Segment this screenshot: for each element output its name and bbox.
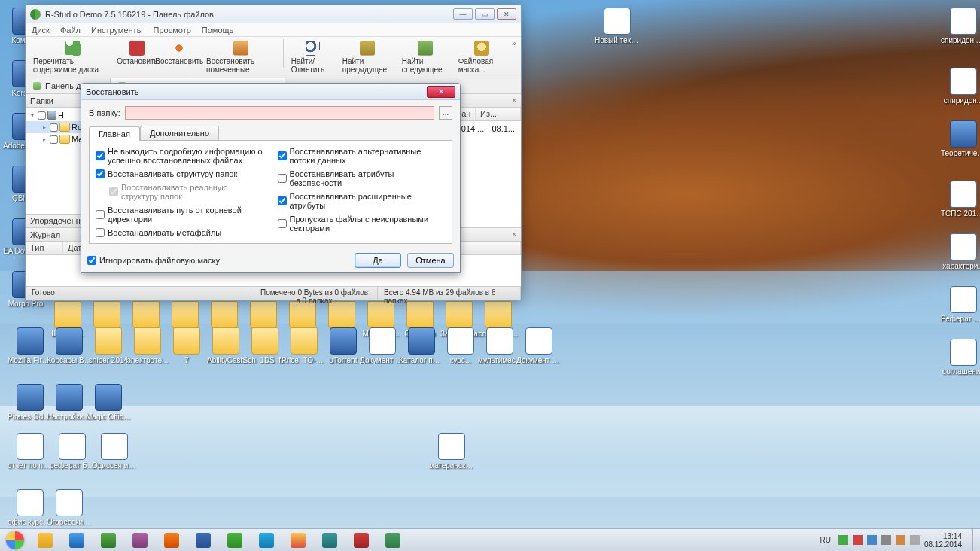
desktop-icon[interactable]: материнские платы курс... xyxy=(429,433,474,470)
desktop-icon[interactable]: курс... xyxy=(438,327,483,364)
content-close-icon[interactable]: × xyxy=(512,96,516,105)
desktop-icon[interactable]: Документ Microsoft ... xyxy=(360,327,405,364)
toolbar-next-button[interactable]: Найти следующее xyxy=(397,39,454,75)
titlebar[interactable]: R-Studio Demo 7.5.156219 - Панель файлов… xyxy=(26,5,521,23)
desktop-icon[interactable]: офис курсов... xyxy=(8,489,53,526)
tab-main[interactable]: Главная xyxy=(89,126,140,141)
ok-button[interactable]: Да xyxy=(355,253,401,268)
journal-close-icon[interactable]: × xyxy=(512,230,516,239)
ignore-mask-checkbox[interactable] xyxy=(87,256,96,265)
desktop-icon[interactable] xyxy=(163,301,208,330)
tab-extra[interactable]: Дополнительно xyxy=(140,126,219,140)
option-checkbox[interactable]: Восстанавливать метафайлы xyxy=(96,228,264,237)
toolbar-rec-button[interactable]: Восстановить xyxy=(157,39,202,67)
menu-tools[interactable]: Инструменты xyxy=(91,26,143,35)
toolbar-stop-button[interactable]: Остановить xyxy=(117,39,157,67)
desktop-icon[interactable]: Теоретиче... экзамен ... xyxy=(941,120,980,157)
option-checkbox[interactable]: Восстанавливать структуру папок xyxy=(96,169,264,178)
desktop-icon[interactable]: отчет по практике ... xyxy=(8,433,53,470)
desktop-icon[interactable]: Настройки для Корсар... xyxy=(47,384,92,421)
desktop-icon[interactable] xyxy=(202,301,247,330)
desktop-icon[interactable]: Каталог программ ... xyxy=(399,327,444,364)
option-checkbox[interactable]: Восстанавливать атрибуты безопасности xyxy=(278,169,446,187)
desktop-icon[interactable]: Одиссея исправлен... xyxy=(92,433,137,470)
ignore-mask-option[interactable]: Игнорировать файловую маску xyxy=(87,256,348,265)
desktop-icon[interactable]: мультимес... xyxy=(477,327,522,364)
dialog-close-button[interactable]: ✕ xyxy=(427,86,455,98)
tray-icon[interactable] xyxy=(881,535,891,545)
menu-help[interactable]: Помощь xyxy=(202,26,234,35)
taskbar-ie-button[interactable] xyxy=(62,530,92,551)
toolbar-refresh-button[interactable]: Перечитать содержимое диска xyxy=(29,39,117,75)
desktop-icon[interactable]: электроте... xyxy=(125,327,170,364)
taskbar-app3-button[interactable] xyxy=(378,530,408,551)
browse-button[interactable]: … xyxy=(439,106,452,120)
taskbar-app2-button[interactable] xyxy=(346,530,376,551)
cancel-button[interactable]: Отмена xyxy=(407,253,454,268)
taskbar-rstudio-button[interactable] xyxy=(93,530,123,551)
tray-icon[interactable] xyxy=(853,535,863,545)
desktop-icon[interactable]: Pirates Odyssey.To... xyxy=(8,384,53,421)
option-checkbox[interactable]: Восстанавливать альтернативные потоки да… xyxy=(278,147,446,165)
desktop-icon[interactable]: Огаревские чтения xyxy=(47,489,92,526)
option-checkbox[interactable]: Восстанавливать путь от корневой директо… xyxy=(96,205,264,224)
desktop-icon[interactable]: Mozilla Firefox xyxy=(8,327,53,364)
file-icon xyxy=(950,68,977,95)
desktop-icon[interactable] xyxy=(241,301,286,330)
menu-disk[interactable]: Диск xyxy=(32,26,50,35)
start-button[interactable] xyxy=(0,529,30,552)
taskbar-skype-button[interactable] xyxy=(251,530,282,551)
desktop-icon[interactable]: ТСПС 2013... xyxy=(941,181,980,218)
to-folder-input[interactable] xyxy=(125,106,434,120)
taskbar-explorer-button[interactable] xyxy=(30,530,60,551)
desktop-icon[interactable]: соглашение xyxy=(941,339,980,376)
toolbar-recm-button[interactable]: Восстановить помеченные xyxy=(202,39,280,75)
tray-icon[interactable] xyxy=(838,535,848,545)
toolbar-mask-button[interactable]: Файловая маска... xyxy=(454,39,510,75)
tray-volume-icon[interactable] xyxy=(910,535,920,545)
maximize-button[interactable]: ▭ xyxy=(475,8,495,20)
taskbar-firefox-button[interactable] xyxy=(157,530,187,551)
desktop-icon[interactable]: спиридон... (4) xyxy=(941,8,980,44)
file-icon xyxy=(950,233,977,260)
desktop-icon[interactable]: AbilityCash xyxy=(203,327,248,364)
menu-view[interactable]: Просмотр xyxy=(154,26,191,35)
desktop-icon[interactable]: реферат БЖД xyxy=(50,433,95,470)
option-checkbox[interactable]: Восстанавливать расширенные атрибуты xyxy=(278,192,446,210)
option-checkbox[interactable]: Пропускать файлы с неисправными секторам… xyxy=(278,215,446,233)
desktop-icon[interactable]: Magic Office Recovery xyxy=(86,384,131,421)
clock[interactable]: 13:14 08.12.2014 xyxy=(924,532,966,549)
desktop-icon[interactable]: Реферат Спиридон... xyxy=(941,286,980,323)
toolbar-find-button[interactable]: Найти/Отметить xyxy=(287,39,338,75)
option-checkbox[interactable]: Не выводить подробную информацию о успеш… xyxy=(96,147,264,165)
desktop-icon[interactable]: Корсары В... легенды ... xyxy=(47,327,92,364)
desktop-icon[interactable]: Sch_1DS_f... xyxy=(242,327,288,364)
system-tray[interactable]: RU 13:14 08.12.2014 xyxy=(811,532,972,549)
desktop-icon[interactable] xyxy=(280,301,325,330)
tray-icon[interactable] xyxy=(867,535,877,545)
show-desktop-button[interactable] xyxy=(972,529,980,552)
taskbar-utorrent-button[interactable] xyxy=(220,530,250,551)
minimize-button[interactable]: — xyxy=(453,8,473,20)
desktop-icon[interactable]: µTorrent xyxy=(321,327,366,364)
desktop-icon[interactable] xyxy=(84,301,129,330)
desktop-icon[interactable]: Новый тексто... xyxy=(595,8,640,44)
taskbar-word-button[interactable] xyxy=(188,530,218,551)
desktop-icon[interactable]: Документ Microsoft xyxy=(516,327,562,364)
desktop-icon[interactable]: характери... xyxy=(941,233,980,270)
toolbar-prev-button[interactable]: Найти предыдущее xyxy=(338,39,397,75)
tray-icon[interactable] xyxy=(896,535,905,545)
desktop-icon[interactable]: спиридон... xyxy=(941,68,980,105)
dialog-titlebar[interactable]: Восстановить ✕ xyxy=(81,84,460,100)
lang-indicator[interactable]: RU xyxy=(817,535,833,545)
taskbar-chrome-button[interactable] xyxy=(283,530,313,551)
desktop-icon[interactable]: sniper 2014 xyxy=(86,327,131,364)
menu-file[interactable]: Файл xyxy=(60,26,81,35)
desktop-icon[interactable]: Price_TO-M... xyxy=(282,327,327,364)
close-button[interactable]: ✕ xyxy=(497,8,516,20)
taskbar-winrar-button[interactable] xyxy=(125,530,155,551)
taskbar-app1-button[interactable] xyxy=(315,530,345,551)
toolbar-overflow-button[interactable]: » xyxy=(510,39,518,47)
desktop-icon[interactable]: 7 xyxy=(164,327,209,364)
desktop-icon[interactable] xyxy=(123,301,169,330)
